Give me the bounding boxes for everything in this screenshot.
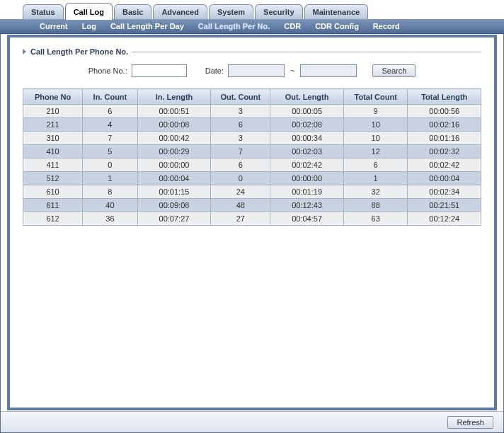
footer-bar: Refresh	[1, 411, 503, 432]
table-row: 410500:00:29700:02:031200:02:32	[23, 145, 481, 158]
cell-out_length: 00:04:57	[270, 212, 344, 226]
col-in-count: In. Count	[83, 89, 138, 105]
main-tab-basic[interactable]: Basic	[114, 4, 151, 19]
app-frame: StatusCall LogBasicAdvancedSystemSecurit…	[0, 0, 504, 433]
cell-in_count: 7	[83, 132, 138, 145]
cell-total_count: 32	[343, 185, 408, 199]
cell-out_length: 00:00:34	[270, 132, 344, 145]
table-row: 210600:00:51300:00:05900:00:56	[23, 105, 481, 118]
main-tab-advanced[interactable]: Advanced	[153, 4, 207, 19]
cell-total_count: 12	[343, 145, 408, 158]
cell-phone_no: 310	[23, 132, 83, 145]
cell-phone_no: 211	[23, 118, 83, 132]
main-tab-system[interactable]: System	[209, 4, 253, 19]
section-title: Call Length Per Phone No.	[30, 47, 128, 56]
cell-phone_no: 610	[23, 185, 83, 199]
table-row: 512100:00:04000:00:00100:00:04	[23, 172, 481, 185]
cell-out_length: 00:02:08	[270, 118, 344, 132]
table-row: 411000:00:00600:02:42600:02:42	[23, 158, 481, 172]
sub-tab-cdr-config[interactable]: CDR Config	[309, 21, 365, 32]
cell-in_count: 6	[83, 105, 138, 118]
cell-out_count: 3	[211, 105, 270, 118]
cell-in_length: 00:09:08	[137, 199, 211, 212]
date-to-input[interactable]	[300, 64, 357, 77]
cell-out_count: 48	[211, 199, 270, 212]
main-tab-status[interactable]: Status	[23, 4, 64, 19]
cell-total_count: 6	[343, 158, 408, 172]
cell-in_length: 00:00:04	[137, 172, 211, 185]
cell-total_count: 1	[343, 172, 408, 185]
sub-tab-call-length-per-no-[interactable]: Call Length Per No.	[193, 21, 275, 32]
cell-out_count: 0	[211, 172, 270, 185]
cell-phone_no: 410	[23, 145, 83, 158]
cell-total_count: 10	[343, 132, 408, 145]
content-panel: Call Length Per Phone No. Phone No.: Dat…	[7, 35, 497, 410]
cell-in_count: 36	[83, 212, 138, 226]
cell-in_length: 00:07:27	[137, 212, 211, 226]
col-total-length: Total Length	[408, 89, 481, 105]
section-divider	[132, 52, 481, 52]
call-length-table: Phone No In. Count In. Length Out. Count…	[23, 88, 481, 226]
cell-total_length: 00:12:24	[408, 212, 481, 226]
col-phone-no: Phone No	[23, 89, 83, 105]
cell-in_count: 5	[83, 145, 138, 158]
cell-out_count: 6	[211, 158, 270, 172]
cell-phone_no: 612	[23, 212, 83, 226]
refresh-button[interactable]: Refresh	[447, 416, 493, 429]
date-label: Date:	[205, 67, 224, 75]
cell-phone_no: 210	[23, 105, 83, 118]
cell-out_length: 00:02:03	[270, 145, 344, 158]
cell-phone_no: 512	[23, 172, 83, 185]
cell-in_count: 8	[83, 185, 138, 199]
sub-tab-log[interactable]: Log	[76, 21, 102, 32]
cell-in_count: 40	[83, 199, 138, 212]
cell-out_length: 00:01:19	[270, 185, 344, 199]
table-header-row: Phone No In. Count In. Length Out. Count…	[23, 89, 481, 105]
phone-input[interactable]	[132, 64, 187, 77]
cell-total_length: 00:02:42	[408, 158, 481, 172]
main-tab-security[interactable]: Security	[255, 4, 302, 19]
main-tab-call-log[interactable]: Call Log	[65, 3, 113, 20]
cell-out_length: 00:02:42	[270, 158, 344, 172]
table-row: 310700:00:42300:00:341000:01:16	[23, 132, 481, 145]
cell-out_count: 3	[211, 132, 270, 145]
cell-total_count: 63	[343, 212, 408, 226]
cell-in_length: 00:00:42	[137, 132, 211, 145]
search-bar: Phone No.: Date: ~ Search	[23, 64, 481, 77]
cell-total_length: 00:02:34	[408, 185, 481, 199]
table-row: 6123600:07:272700:04:576300:12:24	[23, 212, 481, 226]
cell-in_length: 00:00:00	[137, 158, 211, 172]
cell-in_count: 4	[83, 118, 138, 132]
section-header: Call Length Per Phone No.	[23, 47, 481, 56]
table-row: 6114000:09:084800:12:438800:21:51	[23, 199, 481, 212]
cell-in_count: 1	[83, 172, 138, 185]
cell-out_length: 00:00:05	[270, 105, 344, 118]
phone-label: Phone No.:	[88, 67, 127, 75]
col-in-length: In. Length	[137, 89, 211, 105]
sub-tab-call-length-per-day[interactable]: Call Length Per Day	[105, 21, 190, 32]
table-row: 610800:01:152400:01:193200:02:34	[23, 185, 481, 199]
cell-total_length: 00:00:04	[408, 172, 481, 185]
cell-in_count: 0	[83, 158, 138, 172]
main-tab-maintenance[interactable]: Maintenance	[304, 4, 369, 19]
col-total-count: Total Count	[343, 89, 408, 105]
cell-total_length: 00:21:51	[408, 199, 481, 212]
cell-total_length: 00:02:32	[408, 145, 481, 158]
cell-total_count: 88	[343, 199, 408, 212]
cell-out_count: 27	[211, 212, 270, 226]
search-button[interactable]: Search	[372, 64, 416, 77]
cell-phone_no: 611	[23, 199, 83, 212]
sub-tab-cdr[interactable]: CDR	[278, 21, 307, 32]
sub-tabs: CurrentLogCall Length Per DayCall Length…	[0, 18, 504, 34]
cell-in_length: 00:01:15	[137, 185, 211, 199]
caret-right-icon	[23, 49, 26, 54]
cell-total_length: 00:01:16	[408, 132, 481, 145]
cell-total_length: 00:02:16	[408, 118, 481, 132]
sub-tab-record[interactable]: Record	[367, 21, 406, 32]
cell-phone_no: 411	[23, 158, 83, 172]
cell-in_length: 00:00:08	[137, 118, 211, 132]
date-from-input[interactable]	[228, 64, 285, 77]
sub-tab-current[interactable]: Current	[34, 21, 74, 32]
cell-out_length: 00:00:00	[270, 172, 344, 185]
cell-total_count: 9	[343, 105, 408, 118]
